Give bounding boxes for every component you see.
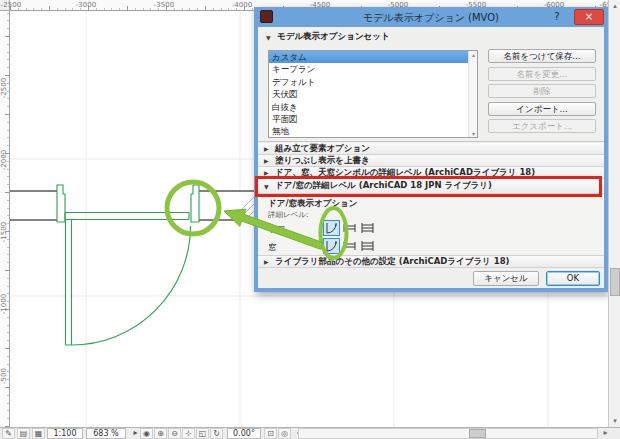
- zoom-field[interactable]: 683 %: [86, 428, 126, 439]
- door-window-options-panel: ドア/窓表示オプション 詳細レベル: ドア 窓: [258, 194, 604, 256]
- ok-button[interactable]: OK: [546, 271, 600, 286]
- section-model-display-option-set[interactable]: ▼ モデル表示オプションセット: [266, 31, 390, 43]
- model-display-options-dialog: モデル表示オプション (MVO) ? × ▼ モデル表示オプションセット カスタ…: [254, 7, 608, 292]
- delete-button[interactable]: 削除: [488, 84, 596, 98]
- rotate-view-icon[interactable]: ↻: [210, 428, 223, 439]
- window-detail-low-icon: [325, 240, 338, 252]
- chevron-right-icon: ▶: [264, 157, 271, 164]
- window-detail-mid-icon: [343, 240, 356, 252]
- zoom-in-icon[interactable]: ⊕: [154, 428, 167, 439]
- window-detail-level-1-button[interactable]: [323, 238, 340, 254]
- door-leaf: [66, 220, 72, 345]
- vertical-ruler: -2500 -2000 -1500 -1000 -500: [0, 11, 10, 427]
- preset-listbox[interactable]: カスタム キープラン デフォルト 天伏図 白抜き 平面図 無地 ▴ ▾: [268, 50, 478, 138]
- door-closed-lines: [65, 213, 189, 220]
- window-detail-high-icon: [361, 240, 374, 252]
- ruler-label: -2500: [0, 1, 26, 9]
- door-detail-level-3-button[interactable]: [359, 220, 376, 236]
- preset-item[interactable]: 白抜き: [269, 101, 477, 113]
- scroll-up-icon[interactable]: ▴: [609, 0, 620, 12]
- door-detail-high-icon: [361, 222, 374, 234]
- scroll-up-icon[interactable]: ▴: [469, 51, 478, 58]
- zoom-selection-icon[interactable]: ⊡: [264, 428, 277, 439]
- archicad-window: -2500 -3000 -3500 -4000 -4500 -5000 -550…: [0, 0, 620, 439]
- listbox-scrollbar[interactable]: ▴ ▾: [468, 51, 477, 137]
- section-label: 組み立て要素オプション: [275, 143, 370, 155]
- import-button[interactable]: インポート...: [488, 102, 596, 116]
- door-detail-level-2-button[interactable]: [341, 220, 358, 236]
- horizontal-scroll-thumb[interactable]: [469, 429, 486, 438]
- scroll-down-icon[interactable]: ▾: [469, 130, 478, 137]
- chevron-right-icon: ▶: [264, 258, 271, 265]
- quick-options-icon[interactable]: ✎: [2, 428, 15, 439]
- vertical-scrollbar[interactable]: ▴ ▾: [608, 0, 620, 427]
- preset-item-custom[interactable]: カスタム: [269, 51, 477, 63]
- preview-icon[interactable]: ▤: [17, 428, 30, 439]
- preset-item[interactable]: デフォルト: [269, 76, 477, 88]
- window-detail-level-2-button[interactable]: [341, 238, 358, 254]
- detail-level-label: 詳細レベル:: [268, 210, 309, 220]
- door-jamb-right: [191, 185, 199, 222]
- window-row-label: 窓: [268, 242, 277, 254]
- ruler-label: -500: [0, 362, 8, 390]
- fit-in-window-icon[interactable]: ◱: [196, 428, 209, 439]
- section-library-misc-settings[interactable]: ▶ ライブラリ部品のその他の設定 (ArchiCADライブラリ 18): [258, 256, 604, 268]
- panel-header: ドア/窓表示オプション: [268, 198, 358, 210]
- zoom-out-icon[interactable]: ⊖: [168, 428, 181, 439]
- zoom-mode-icon[interactable]: ◉: [140, 428, 153, 439]
- chevron-right-icon: ▶: [264, 145, 271, 152]
- door-swing-arc: [72, 226, 191, 345]
- preset-item[interactable]: 平面図: [269, 113, 477, 125]
- section-label: 塗りつぶし表示を上書き: [275, 155, 370, 167]
- cancel-button[interactable]: キャンセル: [473, 271, 539, 286]
- rename-button[interactable]: 名前を変更...: [488, 67, 596, 81]
- trace-reference-icon[interactable]: ▦: [32, 428, 45, 439]
- ruler-label: -2500: [0, 74, 8, 102]
- section-fill-override[interactable]: ▶ 塗りつぶし表示を上書き: [258, 155, 604, 167]
- chevron-down-icon: ▼: [266, 34, 273, 41]
- section-assembly-options[interactable]: ▶ 組み立て要素オプション: [258, 143, 604, 155]
- door-detail-low-icon: [325, 222, 338, 234]
- ruler-label: -4000: [227, 1, 257, 9]
- section-label: ライブラリ部品のその他の設定 (ArchiCADライブラリ 18): [275, 256, 509, 268]
- door-row-label: ドア: [268, 224, 285, 236]
- export-button[interactable]: エクスポート...: [488, 119, 596, 133]
- ruler-label: -3000: [71, 1, 101, 9]
- preset-item[interactable]: 無地: [269, 125, 477, 137]
- save-as-button[interactable]: 名前をつけて保存...: [488, 49, 596, 63]
- window-detail-level-3-button[interactable]: [359, 238, 376, 254]
- orientation-field[interactable]: 0.00°: [227, 428, 261, 439]
- scroll-right-icon[interactable]: ▸: [599, 428, 612, 439]
- close-button[interactable]: ×: [574, 9, 604, 25]
- dialog-body: ▼ モデル表示オプションセット カスタム キープラン デフォルト 天伏図 白抜き…: [258, 27, 604, 288]
- wall-segments: [10, 191, 259, 220]
- bottom-toolbar: ✎ ▤ ▦ 1:100 683 % ▸ ◉ ⊕ ⊖ ⊹ ◱ ↻ 0.00° ⊡ …: [0, 427, 620, 439]
- ruler-label: -1500: [0, 218, 8, 246]
- door-jamb-left: [57, 185, 65, 222]
- chevron-right-icon: ▶: [264, 169, 271, 176]
- scroll-down-icon[interactable]: ▾: [609, 415, 620, 427]
- horizontal-scrollbar[interactable]: [298, 428, 598, 439]
- pan-icon[interactable]: ⊹: [182, 428, 195, 439]
- door-detail-mid-icon: [343, 222, 356, 234]
- ruler-label: -1000: [0, 290, 8, 318]
- ruler-label: -3500: [149, 1, 179, 9]
- dialog-titlebar[interactable]: モデル表示オプション (MVO) ? ×: [254, 7, 608, 27]
- ghost-view-icon[interactable]: ◎: [278, 428, 291, 439]
- help-button[interactable]: ?: [550, 11, 564, 22]
- scale-field[interactable]: 1:100: [47, 428, 83, 439]
- preset-item[interactable]: 天伏図: [269, 88, 477, 100]
- preset-item[interactable]: キープラン: [269, 63, 477, 75]
- red-highlight-annotation: [255, 176, 602, 197]
- door-symbol: [57, 185, 199, 345]
- door-detail-level-1-button[interactable]: [323, 220, 340, 236]
- section-label: モデル表示オプションセット: [277, 31, 390, 43]
- ruler-label: -2000: [0, 146, 8, 174]
- vertical-scroll-thumb[interactable]: [610, 268, 620, 296]
